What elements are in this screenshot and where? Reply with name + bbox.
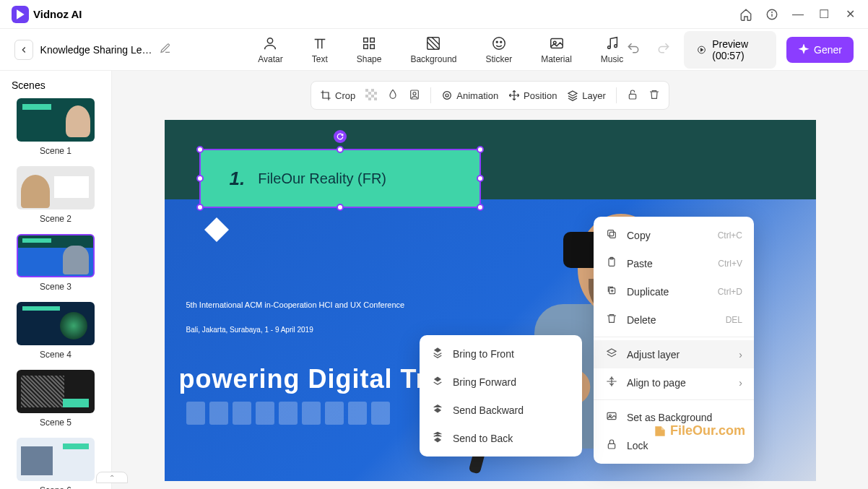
menu-shortcut: Ctrl+C	[718, 230, 742, 241]
layers-icon	[605, 347, 618, 361]
info-icon[interactable]	[765, 8, 778, 21]
tool-text[interactable]: Text	[312, 35, 328, 64]
minimize-button[interactable]: —	[791, 8, 804, 21]
svg-rect-19	[365, 89, 368, 92]
submenu-send-backward[interactable]: Send Backward	[420, 396, 582, 424]
menu-delete[interactable]: Delete DEL	[594, 306, 754, 334]
watermark-text: FileOur.com	[670, 423, 745, 438]
resize-handle[interactable]	[196, 175, 204, 182]
submenu-send-back[interactable]: Send to Back	[420, 424, 582, 452]
menu-label: Paste	[627, 258, 653, 269]
animation-label: Animation	[456, 90, 498, 101]
svg-rect-31	[629, 94, 635, 99]
svg-point-3	[268, 38, 273, 43]
tool-background[interactable]: Background	[410, 35, 456, 64]
submenu-label: Send to Back	[453, 433, 513, 444]
tool-text-label: Text	[312, 54, 328, 64]
resize-handle[interactable]	[477, 146, 484, 153]
menu-label: Lock	[627, 440, 648, 451]
menu-label: Copy	[627, 230, 651, 241]
preview-button[interactable]: Preview (00:57)	[684, 31, 776, 69]
menu-shortcut: Ctrl+V	[718, 259, 742, 269]
scene-label: Scene 5	[12, 417, 100, 428]
menu-paste[interactable]: Paste Ctrl+V	[594, 249, 754, 277]
main-toolbar: Knowledge Sharing Lectu… Avatar Text Sha…	[0, 29, 868, 71]
generate-button[interactable]: Gener	[786, 37, 854, 63]
menu-copy[interactable]: Copy Ctrl+C	[594, 221, 754, 249]
generate-label: Gener	[814, 44, 842, 56]
position-label: Position	[524, 90, 557, 101]
scene-label: Scene 1	[12, 146, 100, 156]
unlock-icon[interactable]	[627, 89, 638, 103]
resize-handle[interactable]	[337, 204, 344, 211]
portrait-icon[interactable]	[409, 89, 420, 103]
scene-item[interactable]: Scene 2	[12, 166, 100, 224]
trash-icon[interactable]	[648, 89, 660, 103]
svg-rect-4	[364, 38, 368, 42]
tool-material[interactable]: Material	[541, 35, 572, 64]
scene-item[interactable]: Scene 5	[12, 370, 100, 428]
close-button[interactable]: ✕	[843, 7, 856, 21]
svg-point-10	[496, 41, 498, 43]
app-name: Vidnoz AI	[33, 8, 82, 20]
submenu-label: Bring Forward	[453, 376, 516, 388]
banner-text: 5th International ACM in-Cooperation HCI…	[186, 300, 405, 309]
resize-handle[interactable]	[477, 204, 484, 211]
transparency-icon[interactable]	[365, 89, 377, 103]
crop-button[interactable]: Crop	[320, 90, 355, 101]
title-bar: Vidnoz AI — ☐ ✕	[0, 0, 868, 29]
menu-adjust-layer[interactable]: Adjust layer ›	[594, 340, 754, 368]
scene-item[interactable]: Scene 3	[12, 234, 100, 292]
selected-text-element[interactable]: 1. FileOur Reality (FR)	[199, 149, 481, 208]
menu-label: Set as Background	[627, 412, 712, 423]
back-button[interactable]	[14, 40, 33, 60]
resize-handle[interactable]	[196, 204, 204, 211]
svg-rect-32	[609, 232, 615, 238]
submenu-bring-front[interactable]: Bring to Front	[420, 339, 582, 368]
svg-point-28	[413, 92, 416, 95]
scene-label: Scene 6	[12, 485, 100, 489]
selected-text: FileOur Reality (FR)	[258, 170, 386, 187]
scene-item[interactable]: Scene 1	[12, 98, 100, 156]
redo-button[interactable]	[654, 38, 674, 61]
tool-sticker[interactable]: Sticker	[485, 35, 512, 64]
menu-label: Align to page	[627, 377, 686, 389]
edit-title-icon[interactable]	[160, 43, 171, 57]
svg-point-14	[607, 46, 610, 48]
tool-music[interactable]: Music	[601, 35, 623, 64]
droplet-icon[interactable]	[387, 89, 399, 103]
chevron-right-icon: ›	[739, 377, 742, 389]
copy-icon	[605, 228, 618, 242]
svg-rect-26	[374, 98, 377, 100]
submenu-bring-forward[interactable]: Bring Forward	[420, 368, 582, 396]
animation-button[interactable]: Animation	[441, 90, 498, 101]
tool-avatar[interactable]: Avatar	[258, 35, 282, 64]
svg-rect-6	[364, 44, 368, 48]
scene-item[interactable]: Scene 6	[12, 438, 100, 489]
tool-shape[interactable]: Shape	[357, 35, 382, 64]
menu-align-page[interactable]: Align to page ›	[594, 368, 754, 397]
resize-handle[interactable]	[196, 146, 204, 153]
sidebar-collapse-button[interactable]: ⌃	[96, 472, 128, 483]
preview-label: Preview (00:57)	[712, 38, 763, 61]
align-icon	[605, 376, 618, 389]
canvas-toolbar: Crop Animation Position Layer	[311, 81, 669, 110]
resize-handle[interactable]	[477, 175, 484, 182]
chevron-right-icon: ›	[739, 349, 742, 360]
project-title: Knowledge Sharing Lectu…	[40, 44, 155, 56]
svg-marker-17	[701, 48, 703, 51]
tool-background-label: Background	[410, 54, 456, 64]
layer-button[interactable]: Layer	[567, 90, 606, 101]
maximize-button[interactable]: ☐	[817, 7, 830, 21]
home-icon[interactable]	[739, 8, 752, 21]
svg-rect-20	[371, 89, 374, 92]
resize-handle[interactable]	[337, 146, 344, 153]
send-back-icon	[431, 431, 444, 445]
bring-front-icon	[431, 347, 444, 360]
undo-button[interactable]	[623, 38, 643, 61]
position-button[interactable]: Position	[508, 90, 557, 101]
svg-rect-33	[608, 230, 614, 236]
menu-duplicate[interactable]: Duplicate Ctrl+D	[594, 277, 754, 306]
rotate-handle[interactable]	[334, 130, 347, 143]
scene-item[interactable]: Scene 4	[12, 302, 100, 360]
